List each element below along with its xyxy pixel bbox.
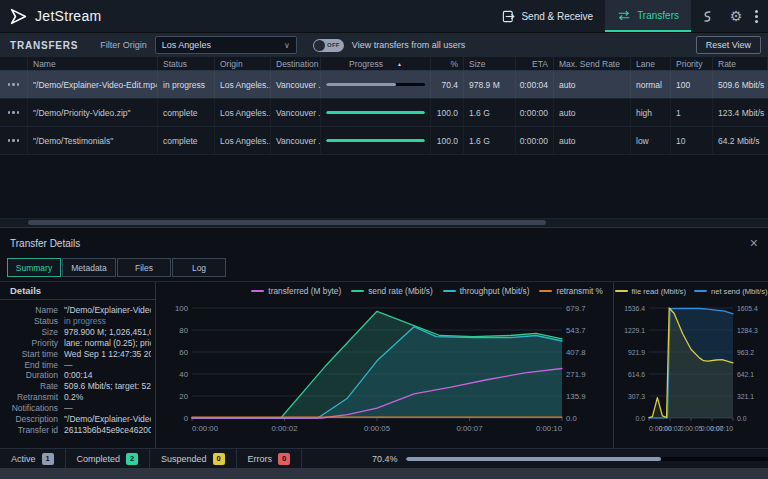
main-chart-area: transferred (M byte)send rate (Mbit/s)th… <box>156 282 613 448</box>
close-icon[interactable]: × <box>750 236 758 250</box>
status-badge: 0 <box>278 453 290 465</box>
col-rate[interactable]: Rate <box>713 57 768 70</box>
transfers-tab-label: Transfers <box>637 10 679 21</box>
row-cell: 100.0 <box>431 99 464 126</box>
detail-field-row: Size978.900 M; 1,026,451,031 ... <box>0 327 151 338</box>
row-cell: 509.6 Mbit/s <box>713 71 768 98</box>
tab-summary[interactable]: Summary <box>7 258 61 277</box>
row-progress-bar <box>326 83 425 86</box>
status-counter-errors: Errors0 <box>237 449 303 468</box>
col-name[interactable]: Name <box>28 57 158 70</box>
row-menu-icon[interactable] <box>8 83 20 86</box>
svg-text:679.7: 679.7 <box>566 304 586 313</box>
tab-metadata[interactable]: Metadata <box>62 258 116 277</box>
all-users-toggle-label: View transfers from all users <box>352 40 465 50</box>
table-row[interactable]: "/Demo/Explainer-Video-Edit.mp4"in progr… <box>0 71 768 99</box>
send-receive-button[interactable]: Send & Receive <box>490 0 605 32</box>
row-cell: 0:00:04 <box>516 71 554 98</box>
table-row[interactable]: "/Demo/Testimonials"completeLos Angeles.… <box>0 127 768 155</box>
col-size[interactable]: Size <box>464 57 516 70</box>
legend-item[interactable]: transferred (M byte) <box>251 286 341 296</box>
detail-field-row: Rate509.6 Mbit/s; target: 522.7 ... <box>0 381 151 392</box>
side-chart-area: file read (Mbit/s)net send (Mbit/s) 0.00… <box>613 282 768 448</box>
svg-text:135.9: 135.9 <box>566 392 586 401</box>
row-cell: 100 <box>671 71 713 98</box>
connections-icon[interactable] <box>691 0 721 32</box>
legend-swatch <box>443 290 456 292</box>
legend-item[interactable]: retransmit % <box>539 286 603 296</box>
detail-value: 0:00:14 <box>64 370 151 381</box>
detail-label: Size <box>0 327 64 338</box>
tab-files[interactable]: Files <box>117 258 171 277</box>
row-menu-icon[interactable] <box>8 139 20 142</box>
scrollbar-thumb[interactable] <box>28 220 546 225</box>
details-column: Details Name"/Demo/Explainer-Video-Ed...… <box>0 282 156 448</box>
status-counter-suspended: Suspended0 <box>150 449 237 468</box>
global-progress-bar <box>406 457 768 461</box>
row-cell: 1.6 G <box>464 127 516 154</box>
legend-swatch <box>615 290 628 292</box>
legend-label: send rate (Mbit/s) <box>368 286 433 296</box>
filter-origin-label: Filter Origin <box>100 40 147 50</box>
main-chart-legend: transferred (M byte)send rate (Mbit/s)th… <box>156 282 613 300</box>
svg-text:0:00:02: 0:00:02 <box>659 425 682 432</box>
detail-field-row: Start timeWed Sep 1 12:47:35 2021 <box>0 349 151 360</box>
col-lane[interactable]: Lane <box>631 57 671 70</box>
all-users-toggle[interactable]: OFF <box>313 39 344 52</box>
horizontal-scrollbar[interactable] <box>0 219 768 227</box>
sort-asc-icon: ▲ <box>397 61 402 67</box>
status-counter-active: Active1 <box>0 449 66 468</box>
detail-label: Duration <box>0 370 64 381</box>
svg-text:0:00:05: 0:00:05 <box>364 424 391 433</box>
settings-gear-icon[interactable]: ⚙ <box>721 0 751 32</box>
svg-text:407.8: 407.8 <box>566 348 586 357</box>
reset-view-button[interactable]: Reset View <box>696 36 761 54</box>
detail-label: Description <box>0 414 64 425</box>
svg-text:20: 20 <box>179 392 188 401</box>
detail-value: "/Demo/Explainer-Video-Ed... <box>64 305 151 316</box>
row-cell: complete <box>158 127 215 154</box>
row-cell: "/Demo/Testimonials" <box>28 127 158 154</box>
col-status[interactable]: Status <box>158 57 215 70</box>
col-eta[interactable]: ETA <box>516 57 554 70</box>
row-cell: auto <box>554 71 631 98</box>
col-destination[interactable]: Destination <box>271 57 321 70</box>
col-progress[interactable]: Progress ▲ <box>321 57 431 70</box>
table-row[interactable]: "/Demo/Priority-Video.zip"completeLos An… <box>0 99 768 127</box>
table-body: "/Demo/Explainer-Video-Edit.mp4"in progr… <box>0 71 768 155</box>
col-priority[interactable]: Priority <box>671 57 713 70</box>
tab-log[interactable]: Log <box>172 258 226 277</box>
svg-text:0:00:10: 0:00:10 <box>536 424 563 433</box>
row-menu-icon[interactable] <box>8 111 20 114</box>
detail-field-row: End time— <box>0 360 151 371</box>
svg-text:100: 100 <box>175 304 189 313</box>
svg-text:921.9: 921.9 <box>628 349 645 356</box>
details-fields: Name"/Demo/Explainer-Video-Ed...Statusin… <box>0 300 155 436</box>
row-cell: 70.4 <box>431 71 464 98</box>
row-progress-bar <box>326 139 425 142</box>
main-chart: 00.020135.940271.960407.880543.7100679.7… <box>156 300 608 434</box>
send-receive-icon <box>502 10 515 23</box>
detail-field-row: Description"/Demo/Explainer-Video-Ed... <box>0 414 151 425</box>
detail-value: 26113b6b45e9ce46200000... <box>64 425 151 436</box>
row-cell: Los Angeles... <box>215 71 271 98</box>
legend-item[interactable]: file read (Mbit/s) <box>615 287 686 296</box>
svg-text:307.3: 307.3 <box>628 393 645 400</box>
col-max-send-rate[interactable]: Max. Send Rate <box>554 57 631 70</box>
tab-transfers[interactable]: Transfers <box>605 0 691 32</box>
row-cell: high <box>631 99 671 126</box>
legend-label: file read (Mbit/s) <box>632 287 686 296</box>
filter-origin-select[interactable]: Los Angeles ∨ <box>155 36 297 54</box>
overflow-menu-icon[interactable] <box>751 10 768 23</box>
col-origin[interactable]: Origin <box>215 57 271 70</box>
row-cell: 123.4 Mbit/s <box>713 99 768 126</box>
legend-item[interactable]: net send (Mbit/s) <box>694 287 768 296</box>
topbar-actions: Send & Receive Transfers ⚙ <box>490 0 768 32</box>
legend-label: retransmit % <box>556 286 603 296</box>
legend-item[interactable]: throughput (Mbit/s) <box>443 286 530 296</box>
detail-label: End time <box>0 360 64 371</box>
status-counter-label: Suspended <box>161 454 207 464</box>
col-percent[interactable]: % <box>431 57 464 70</box>
row-cell: 100.0 <box>431 127 464 154</box>
legend-item[interactable]: send rate (Mbit/s) <box>351 286 433 296</box>
